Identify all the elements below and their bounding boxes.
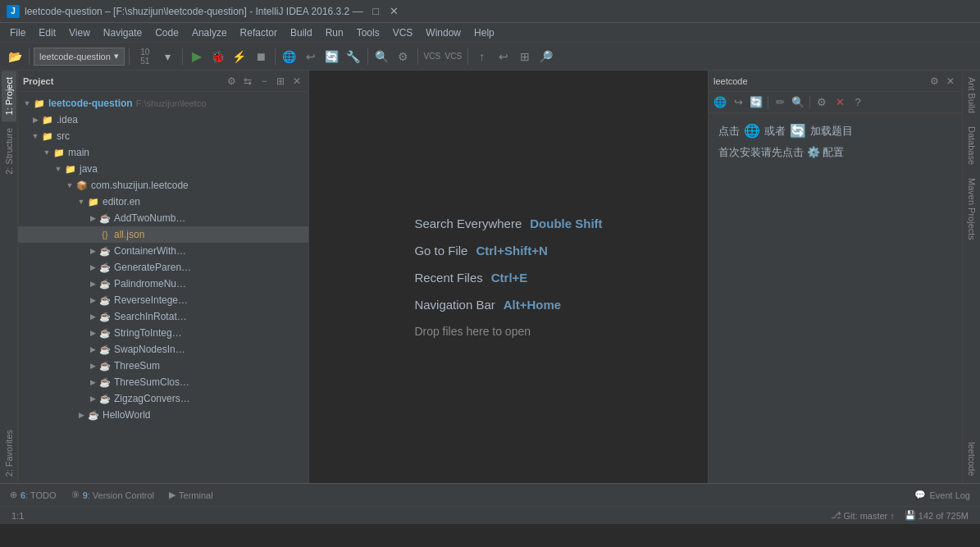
menu-view[interactable]: View <box>62 25 97 40</box>
lc-globe-btn[interactable]: 🌐 <box>712 94 728 111</box>
menu-run[interactable]: Run <box>319 25 350 40</box>
toolbar-vcs-commit-btn[interactable]: VCS <box>444 47 463 66</box>
menu-vcs[interactable]: VCS <box>386 25 420 40</box>
menu-code[interactable]: Code <box>148 25 185 40</box>
lc-close-btn[interactable]: ✕ <box>944 75 957 88</box>
toolbar-push-btn[interactable]: ↑ <box>472 47 492 66</box>
status-position[interactable]: 1:1 <box>7 507 29 524</box>
toolbar-settings-btn2[interactable]: ⚙ <box>394 47 413 66</box>
toolbar-run-btn[interactable]: ▶ <box>187 47 207 66</box>
toolbar-sep-3 <box>182 48 183 65</box>
toolbar-annotate-btn[interactable]: ↩ <box>301 47 321 66</box>
bottom-tab-terminal[interactable]: ▶ Terminal <box>162 484 220 506</box>
tree-helloworld[interactable]: ▶ ☕ HelloWorld <box>18 407 308 423</box>
welcome-panel: Search Everywhere Double Shift Go to Fil… <box>390 192 627 362</box>
toolbar-search-btn[interactable]: 🔍 <box>372 47 392 66</box>
status-encoding[interactable]: 💾 142 of 725M <box>900 507 973 524</box>
toolbar-wrench-btn[interactable]: 🔧 <box>344 47 363 66</box>
tree-threesum[interactable]: ▶ ☕ ThreeSum <box>18 358 308 374</box>
menu-analyze[interactable]: Analyze <box>185 25 234 40</box>
toolbar-stop-btn[interactable]: ⏹ <box>251 47 271 66</box>
tree-root[interactable]: ▼ 📁 leetcode-question F:\shuzijun\leetco <box>18 95 308 112</box>
tree-package[interactable]: ▼ 📦 com.shuzijun.leetcode <box>18 177 308 194</box>
panel-settings-btn[interactable]: ⊞ <box>274 75 287 88</box>
tree-main[interactable]: ▼ 📁 main <box>18 144 308 161</box>
tree-threesumclos[interactable]: ▶ ☕ ThreeSumClos… <box>18 374 308 390</box>
tree-palindromenu[interactable]: ▶ ☕ PalindromeNu… <box>18 276 308 292</box>
toolbar-vcs-update-btn[interactable]: VCS <box>422 47 442 66</box>
tree-searchinrotat[interactable]: ▶ ☕ SearchInRotat… <box>18 308 308 325</box>
tree-swapnodesin[interactable]: ▶ ☕ SwapNodesIn… <box>18 341 308 358</box>
minimize-button[interactable]: — <box>349 3 366 20</box>
panel-close-btn[interactable]: ✕ <box>290 75 303 88</box>
sidebar-tab-project[interactable]: 1: Project <box>2 71 16 121</box>
bottom-tab-todo[interactable]: ⊕ 6: TODO <box>3 484 63 506</box>
bottom-tab-vcs[interactable]: ⑨ 9: Version Control <box>65 484 161 506</box>
recent-files-label: Recent Files <box>414 271 482 285</box>
tree-all-json[interactable]: {} all.json <box>18 226 308 243</box>
lc-help-btn[interactable]: ? <box>850 94 866 111</box>
menu-tools[interactable]: Tools <box>350 25 386 40</box>
tree-addtwonumb[interactable]: ▶ ☕ AddTwoNumb… <box>18 210 308 226</box>
menu-window[interactable]: Window <box>419 25 467 40</box>
tree-containerwith[interactable]: ▶ ☕ ContainerWith… <box>18 243 308 259</box>
panel-collapse-btn[interactable]: − <box>258 75 271 88</box>
menu-edit[interactable]: Edit <box>32 25 62 40</box>
far-right-maven[interactable]: Maven Projects <box>964 171 979 247</box>
sidebar-tab-structure[interactable]: 2: Structure <box>2 121 16 181</box>
toolbar-dropdown-btn[interactable]: ▾ <box>158 47 178 66</box>
menu-file[interactable]: File <box>3 25 32 40</box>
toolbar: 📂 leetcode-question ▾ 1051 ▾ ▶ 🐞 ⚡ ⏹ 🌐 ↩… <box>0 43 980 71</box>
far-right-ant-build[interactable]: Ant Build <box>964 71 979 120</box>
tree-root-icon: 📁 <box>33 97 46 110</box>
sidebar-tab-favorites[interactable]: 2: Favorites <box>2 423 16 483</box>
lc-gear-btn[interactable]: ⚙ <box>928 75 941 88</box>
far-right-database[interactable]: Database <box>964 120 979 171</box>
menu-navigate[interactable]: Navigate <box>97 25 148 40</box>
toolbar-sdk-btn[interactable]: 🌐 <box>280 47 299 66</box>
terminal-label: Terminal <box>179 490 213 500</box>
goto-file-shortcut: Ctrl+Shift+N <box>476 244 548 258</box>
status-git[interactable]: ⎇ Git: master ↑ <box>826 507 900 524</box>
tree-src[interactable]: ▼ 📁 src <box>18 128 308 144</box>
far-right-leetcode[interactable]: leetcode <box>964 435 979 483</box>
tree-threesum-label: ThreeSum <box>114 360 160 372</box>
menu-help[interactable]: Help <box>467 25 501 40</box>
tree-java[interactable]: ▼ 📁 java <box>18 161 308 177</box>
tree-idea[interactable]: ▶ 📁 .idea <box>18 112 308 128</box>
project-dropdown[interactable]: leetcode-question ▾ <box>34 48 125 66</box>
bottom-tab-event-log[interactable]: 💬 Event Log <box>908 484 977 506</box>
lc-edit-btn[interactable]: ✏ <box>772 94 788 111</box>
panel-sync-btn[interactable]: ⇆ <box>241 75 254 88</box>
toolbar-refresh-btn[interactable]: 🔄 <box>322 47 342 66</box>
tree-editor-en-icon: 📁 <box>87 195 100 208</box>
lc-search-btn[interactable]: 🔍 <box>790 94 806 111</box>
toolbar-open-btn[interactable]: 📂 <box>5 47 25 66</box>
toolbar-undo-btn[interactable]: ↩ <box>494 47 513 66</box>
app-icon: J <box>7 5 20 18</box>
toolbar-search-everywhere-btn[interactable]: 🔎 <box>536 47 556 66</box>
title-text: leetcode-question – [F:\shuzijun\leetcod… <box>25 6 349 17</box>
toolbar-git-btn1[interactable]: 1051 <box>134 47 157 66</box>
toolbar-layout-btn[interactable]: ⊞ <box>515 47 535 66</box>
toolbar-debug-btn[interactable]: 🐞 <box>208 47 228 66</box>
maximize-button[interactable]: □ <box>367 3 384 20</box>
lc-refresh-btn[interactable]: 🔄 <box>748 94 764 111</box>
tree-stringtointeg[interactable]: ▶ ☕ StringToInteg… <box>18 325 308 341</box>
menu-build[interactable]: Build <box>284 25 319 40</box>
toolbar-coverage-btn[interactable]: ⚡ <box>230 47 249 66</box>
menu-refactor[interactable]: Refactor <box>234 25 284 40</box>
lc-stop-btn[interactable]: ✕ <box>832 94 848 111</box>
tree-zigzagconvers[interactable]: ▶ ☕ ZigzagConvers… <box>18 390 308 407</box>
panel-gear-btn[interactable]: ⚙ <box>225 75 238 88</box>
tree-generateparen[interactable]: ▶ ☕ GenerateParen… <box>18 259 308 276</box>
tree-src-arrow: ▼ <box>30 130 41 142</box>
tree-java-icon: 📁 <box>64 162 77 175</box>
close-button[interactable]: ✕ <box>385 3 402 20</box>
tree-reverseintege[interactable]: ▶ ☕ ReverseIntege… <box>18 292 308 308</box>
tree-editor-en[interactable]: ▼ 📁 editor.en <box>18 194 308 210</box>
lc-settings-btn[interactable]: ⚙ <box>814 94 830 111</box>
lc-signin-btn[interactable]: ↪ <box>730 94 746 111</box>
vcs-icon: ⑨ <box>71 490 80 500</box>
tree-containerwith-arrow: ▶ <box>87 245 98 257</box>
